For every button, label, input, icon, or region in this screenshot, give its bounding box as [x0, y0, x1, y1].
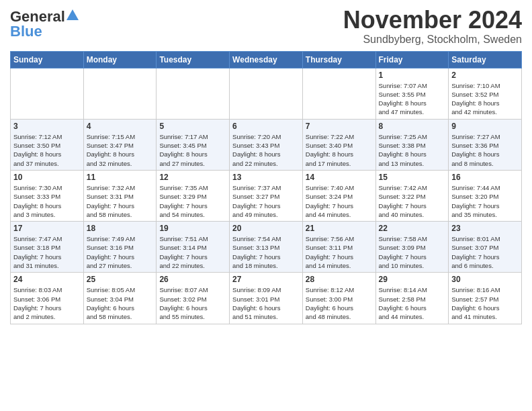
- calendar-cell: 17Sunrise: 7:47 AM Sunset: 3:18 PM Dayli…: [11, 222, 84, 273]
- day-info: Sunrise: 7:44 AM Sunset: 3:20 PM Dayligh…: [451, 183, 519, 219]
- calendar-header-thursday: Thursday: [302, 51, 375, 68]
- calendar-cell: 20Sunrise: 7:54 AM Sunset: 3:13 PM Dayli…: [230, 222, 303, 273]
- calendar-cell: 10Sunrise: 7:30 AM Sunset: 3:33 PM Dayli…: [11, 170, 84, 221]
- day-number: 15: [379, 173, 446, 182]
- calendar-cell: 24Sunrise: 8:03 AM Sunset: 3:06 PM Dayli…: [11, 273, 84, 324]
- calendar-cell: 21Sunrise: 7:56 AM Sunset: 3:11 PM Dayli…: [302, 222, 375, 273]
- day-number: 16: [451, 173, 519, 182]
- calendar-header-wednesday: Wednesday: [230, 51, 303, 68]
- logo-general-text: General: [10, 9, 65, 24]
- day-info: Sunrise: 7:42 AM Sunset: 3:22 PM Dayligh…: [379, 183, 446, 219]
- day-info: Sunrise: 7:17 AM Sunset: 3:45 PM Dayligh…: [159, 132, 226, 168]
- day-number: 20: [232, 224, 300, 233]
- calendar-header-sunday: Sunday: [11, 51, 84, 68]
- day-number: 6: [232, 122, 300, 131]
- day-number: 12: [159, 173, 226, 182]
- day-info: Sunrise: 7:35 AM Sunset: 3:29 PM Dayligh…: [159, 183, 226, 219]
- day-info: Sunrise: 7:47 AM Sunset: 3:18 PM Dayligh…: [13, 234, 81, 270]
- calendar-cell: 3Sunrise: 7:12 AM Sunset: 3:50 PM Daylig…: [11, 119, 84, 170]
- title-area: November 2024 Sundbyberg, Stockholm, Swe…: [343, 7, 522, 46]
- calendar-cell: 1Sunrise: 7:07 AM Sunset: 3:55 PM Daylig…: [375, 68, 449, 119]
- calendar-cell: 29Sunrise: 8:14 AM Sunset: 2:58 PM Dayli…: [375, 273, 449, 324]
- day-number: 17: [13, 224, 81, 233]
- day-info: Sunrise: 8:09 AM Sunset: 3:01 PM Dayligh…: [232, 285, 300, 321]
- day-number: 29: [379, 275, 446, 284]
- day-info: Sunrise: 7:56 AM Sunset: 3:11 PM Dayligh…: [306, 234, 373, 270]
- day-number: 18: [87, 224, 154, 233]
- calendar-cell: 19Sunrise: 7:51 AM Sunset: 3:14 PM Dayli…: [157, 222, 230, 273]
- day-info: Sunrise: 7:58 AM Sunset: 3:09 PM Dayligh…: [379, 234, 446, 270]
- day-number: 4: [87, 122, 154, 131]
- calendar-header-tuesday: Tuesday: [157, 51, 230, 68]
- calendar-cell: 13Sunrise: 7:37 AM Sunset: 3:27 PM Dayli…: [230, 170, 303, 221]
- day-info: Sunrise: 8:14 AM Sunset: 2:58 PM Dayligh…: [379, 285, 446, 321]
- day-info: Sunrise: 7:49 AM Sunset: 3:16 PM Dayligh…: [87, 234, 154, 270]
- day-number: 19: [159, 224, 226, 233]
- calendar-cell: 9Sunrise: 7:27 AM Sunset: 3:36 PM Daylig…: [449, 119, 522, 170]
- day-info: Sunrise: 7:32 AM Sunset: 3:31 PM Dayligh…: [87, 183, 154, 219]
- calendar-week-row: 10Sunrise: 7:30 AM Sunset: 3:33 PM Dayli…: [11, 170, 522, 221]
- calendar-cell: [11, 68, 84, 119]
- day-number: 25: [87, 275, 154, 284]
- day-number: 27: [232, 275, 300, 284]
- calendar-cell: 4Sunrise: 7:15 AM Sunset: 3:47 PM Daylig…: [83, 119, 157, 170]
- calendar-cell: [157, 68, 230, 119]
- day-number: 5: [159, 122, 226, 131]
- calendar-header-friday: Friday: [375, 51, 449, 68]
- day-info: Sunrise: 8:05 AM Sunset: 3:04 PM Dayligh…: [87, 285, 154, 321]
- calendar-cell: 18Sunrise: 7:49 AM Sunset: 3:16 PM Dayli…: [83, 222, 157, 273]
- calendar-cell: 12Sunrise: 7:35 AM Sunset: 3:29 PM Dayli…: [157, 170, 230, 221]
- calendar-cell: 23Sunrise: 8:01 AM Sunset: 3:07 PM Dayli…: [449, 222, 522, 273]
- calendar-week-row: 17Sunrise: 7:47 AM Sunset: 3:18 PM Dayli…: [11, 222, 522, 273]
- day-info: Sunrise: 7:27 AM Sunset: 3:36 PM Dayligh…: [451, 132, 519, 168]
- calendar-cell: 2Sunrise: 7:10 AM Sunset: 3:52 PM Daylig…: [449, 68, 522, 119]
- logo: General Blue: [10, 9, 79, 39]
- location-title: Sundbyberg, Stockholm, Sweden: [343, 34, 522, 46]
- calendar-cell: 22Sunrise: 7:58 AM Sunset: 3:09 PM Dayli…: [375, 222, 449, 273]
- logo-blue-text: Blue: [10, 24, 42, 39]
- day-info: Sunrise: 7:15 AM Sunset: 3:47 PM Dayligh…: [87, 132, 154, 168]
- day-number: 26: [159, 275, 226, 284]
- day-number: 28: [306, 275, 373, 284]
- calendar-cell: 5Sunrise: 7:17 AM Sunset: 3:45 PM Daylig…: [157, 119, 230, 170]
- day-number: 24: [13, 275, 81, 284]
- header: General Blue November 2024 Sundbyberg, S…: [10, 7, 522, 46]
- day-number: 7: [306, 122, 373, 131]
- month-title: November 2024: [343, 7, 522, 34]
- day-number: 10: [13, 173, 81, 182]
- day-info: Sunrise: 8:07 AM Sunset: 3:02 PM Dayligh…: [159, 285, 226, 321]
- day-info: Sunrise: 7:25 AM Sunset: 3:38 PM Dayligh…: [379, 132, 446, 168]
- day-info: Sunrise: 8:16 AM Sunset: 2:57 PM Dayligh…: [451, 285, 519, 321]
- calendar-cell: [302, 68, 375, 119]
- calendar-header-saturday: Saturday: [449, 51, 522, 68]
- day-info: Sunrise: 7:54 AM Sunset: 3:13 PM Dayligh…: [232, 234, 300, 270]
- calendar-week-row: 3Sunrise: 7:12 AM Sunset: 3:50 PM Daylig…: [11, 119, 522, 170]
- day-info: Sunrise: 7:22 AM Sunset: 3:40 PM Dayligh…: [306, 132, 373, 168]
- calendar: SundayMondayTuesdayWednesdayThursdayFrid…: [10, 51, 522, 324]
- calendar-cell: 7Sunrise: 7:22 AM Sunset: 3:40 PM Daylig…: [302, 119, 375, 170]
- calendar-header-monday: Monday: [83, 51, 157, 68]
- day-info: Sunrise: 7:40 AM Sunset: 3:24 PM Dayligh…: [306, 183, 373, 219]
- day-info: Sunrise: 8:01 AM Sunset: 3:07 PM Dayligh…: [451, 234, 519, 270]
- logo-triangle-icon: [66, 9, 79, 20]
- day-info: Sunrise: 8:03 AM Sunset: 3:06 PM Dayligh…: [13, 285, 81, 321]
- day-number: 13: [232, 173, 300, 182]
- calendar-cell: 11Sunrise: 7:32 AM Sunset: 3:31 PM Dayli…: [83, 170, 157, 221]
- calendar-cell: 27Sunrise: 8:09 AM Sunset: 3:01 PM Dayli…: [230, 273, 303, 324]
- calendar-week-row: 1Sunrise: 7:07 AM Sunset: 3:55 PM Daylig…: [11, 68, 522, 119]
- day-info: Sunrise: 8:12 AM Sunset: 3:00 PM Dayligh…: [306, 285, 373, 321]
- day-number: 9: [451, 122, 519, 131]
- day-info: Sunrise: 7:51 AM Sunset: 3:14 PM Dayligh…: [159, 234, 226, 270]
- calendar-cell: 28Sunrise: 8:12 AM Sunset: 3:00 PM Dayli…: [302, 273, 375, 324]
- day-info: Sunrise: 7:37 AM Sunset: 3:27 PM Dayligh…: [232, 183, 300, 219]
- calendar-cell: 8Sunrise: 7:25 AM Sunset: 3:38 PM Daylig…: [375, 119, 449, 170]
- calendar-cell: 6Sunrise: 7:20 AM Sunset: 3:43 PM Daylig…: [230, 119, 303, 170]
- calendar-cell: [230, 68, 303, 119]
- day-number: 30: [451, 275, 519, 284]
- calendar-cell: 16Sunrise: 7:44 AM Sunset: 3:20 PM Dayli…: [449, 170, 522, 221]
- day-number: 23: [451, 224, 519, 233]
- day-info: Sunrise: 7:07 AM Sunset: 3:55 PM Dayligh…: [379, 81, 446, 117]
- calendar-cell: 15Sunrise: 7:42 AM Sunset: 3:22 PM Dayli…: [375, 170, 449, 221]
- calendar-header-row: SundayMondayTuesdayWednesdayThursdayFrid…: [11, 51, 522, 68]
- day-info: Sunrise: 7:20 AM Sunset: 3:43 PM Dayligh…: [232, 132, 300, 168]
